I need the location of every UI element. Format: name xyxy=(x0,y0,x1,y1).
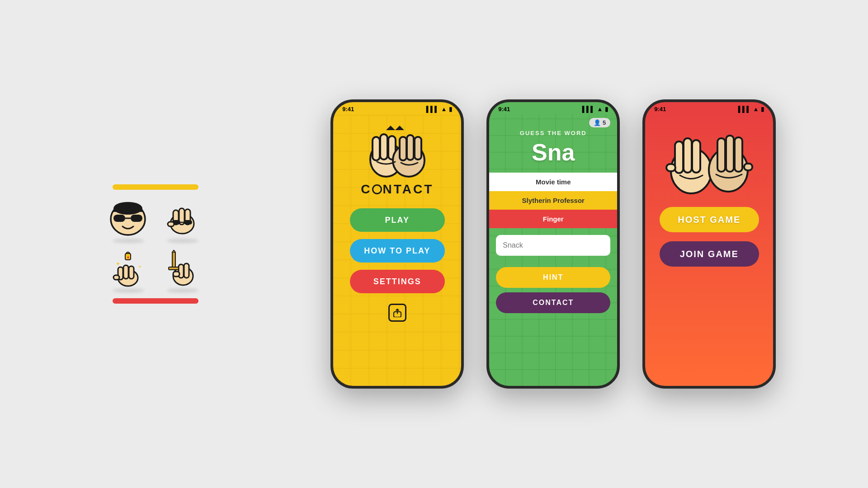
contact-app-title: C NTACT xyxy=(361,182,434,197)
wifi-icon: ▲ xyxy=(597,106,603,113)
svg-rect-32 xyxy=(373,137,380,160)
svg-text:★: ★ xyxy=(126,255,130,260)
wifi-icon: ▲ xyxy=(753,106,759,113)
clue-row-1: Movie time xyxy=(489,173,617,191)
svg-rect-36 xyxy=(400,137,406,160)
battery-icon: ▮ xyxy=(605,106,608,113)
red-accent-bar xyxy=(113,298,198,304)
join-game-button[interactable]: JOIN GAME xyxy=(660,241,759,267)
svg-rect-47 xyxy=(726,136,734,172)
svg-rect-44 xyxy=(666,164,675,171)
phone1-status-icons: ▌▌▌ ▲ ▮ xyxy=(426,106,453,113)
phone3-status-icons: ▌▌▌ ▲ ▮ xyxy=(738,106,764,113)
svg-rect-49 xyxy=(744,164,752,170)
phones-container: 9:41 ▌▌▌ ▲ ▮ xyxy=(330,99,776,389)
wifi-icon: ▲ xyxy=(441,106,447,113)
phone3-hands-logo xyxy=(655,121,764,202)
phone2-status-bar: 9:41 ▌▌▌ ▲ ▮ xyxy=(489,102,617,114)
svg-marker-29 xyxy=(172,250,175,252)
phone1-content: C NTACT PLAY HOW TO PLAY SETTINGS xyxy=(333,114,461,386)
phone3-content: HOST GAME JOIN GAME xyxy=(645,114,773,386)
icon-row-2: ★ ✦ ✦ xyxy=(108,249,203,289)
share-button[interactable] xyxy=(388,304,406,322)
phone-guess-word: 9:41 ▌▌▌ ▲ ▮ 👤 5 xyxy=(486,99,620,389)
play-button[interactable]: PLAY xyxy=(350,208,445,232)
settings-button[interactable]: SETTINGS xyxy=(350,270,445,293)
svg-text:✦: ✦ xyxy=(138,265,142,269)
phone2-time: 9:41 xyxy=(498,106,510,113)
svg-rect-46 xyxy=(717,138,725,172)
sword-hand-icon xyxy=(162,249,203,289)
svg-rect-2 xyxy=(113,208,142,212)
svg-rect-33 xyxy=(380,134,387,160)
input-area xyxy=(489,228,617,263)
svg-rect-17 xyxy=(129,266,134,279)
contact-button[interactable]: CONTACT xyxy=(496,292,610,313)
phone1-inner: 9:41 ▌▌▌ ▲ ▮ xyxy=(333,102,461,386)
svg-rect-43 xyxy=(692,140,700,173)
sunglasses-face-icon xyxy=(108,199,149,239)
phone1-status-bar: 9:41 ▌▌▌ ▲ ▮ xyxy=(333,102,461,114)
phone2-buttons: HINT CONTACT xyxy=(489,263,617,313)
phone-main-menu: 9:41 ▌▌▌ ▲ ▮ xyxy=(330,99,464,389)
hint-button[interactable]: HINT xyxy=(496,267,610,288)
phone3-inner: 9:41 ▌▌▌ ▲ ▮ xyxy=(645,102,773,386)
battery-icon: ▮ xyxy=(449,106,452,113)
svg-rect-4 xyxy=(131,215,142,222)
icons-panel: ★ ✦ ✦ xyxy=(92,184,219,304)
player-count: 5 xyxy=(603,119,606,126)
main-scene: ★ ✦ ✦ xyxy=(0,0,868,488)
phone1-logo: C NTACT xyxy=(361,123,434,197)
clue-row-2: Slytherin Professor xyxy=(489,191,617,210)
clue-1-text: Movie time xyxy=(536,178,571,186)
phone3-time: 9:41 xyxy=(654,106,666,113)
svg-rect-16 xyxy=(123,265,128,279)
guess-label: GUESS THE WORD xyxy=(489,130,617,136)
contact-hands-logo xyxy=(361,123,434,182)
contact-ntact: NTACT xyxy=(382,182,434,197)
svg-text:✦: ✦ xyxy=(116,261,120,267)
phone1-time: 9:41 xyxy=(342,106,354,113)
svg-rect-28 xyxy=(169,267,179,270)
cool-hand-icon xyxy=(162,199,203,239)
how-to-play-button[interactable]: HOW TO PLAY xyxy=(350,239,445,263)
guess-input[interactable] xyxy=(496,235,610,256)
svg-rect-48 xyxy=(735,137,742,172)
svg-rect-18 xyxy=(113,275,119,280)
contact-o-circle xyxy=(372,184,382,194)
phone2-content: 👤 5 GUESS THE WORD Sna Movie time Slythe… xyxy=(489,114,617,386)
clue-3-text: Finger xyxy=(543,215,564,223)
signal-icon: ▌▌▌ xyxy=(738,106,751,113)
phone2-status-icons: ▌▌▌ ▲ ▮ xyxy=(582,106,609,113)
svg-rect-3 xyxy=(113,215,125,222)
svg-rect-13 xyxy=(168,222,174,226)
svg-rect-37 xyxy=(407,135,414,160)
svg-rect-26 xyxy=(173,272,179,277)
player-icon: 👤 xyxy=(594,119,601,126)
svg-rect-25 xyxy=(184,263,189,278)
icon-row-1 xyxy=(108,199,203,239)
contact-c: C xyxy=(361,182,372,197)
phone2-header: 👤 5 xyxy=(489,118,617,130)
current-word: Sna xyxy=(489,139,617,166)
svg-marker-30 xyxy=(386,126,404,130)
phone1-buttons: PLAY HOW TO PLAY SETTINGS xyxy=(350,205,445,297)
clue-row-3: Finger xyxy=(489,210,617,228)
phone2-inner: 9:41 ▌▌▌ ▲ ▮ 👤 5 xyxy=(489,102,617,386)
svg-rect-38 xyxy=(415,137,421,160)
battery-icon: ▮ xyxy=(761,106,764,113)
host-game-button[interactable]: HOST GAME xyxy=(660,207,759,232)
phone-host-join: 9:41 ▌▌▌ ▲ ▮ xyxy=(642,99,776,389)
yellow-accent-bar xyxy=(113,184,198,190)
signal-icon: ▌▌▌ xyxy=(426,106,439,113)
trophy-hand-icon: ★ ✦ ✦ xyxy=(108,249,149,289)
signal-icon: ▌▌▌ xyxy=(582,106,595,113)
svg-rect-42 xyxy=(684,138,692,173)
share-icon xyxy=(393,308,402,317)
player-count-badge: 👤 5 xyxy=(589,118,610,127)
clue-2-text: Slytherin Professor xyxy=(522,197,585,204)
phone3-status-bar: 9:41 ▌▌▌ ▲ ▮ xyxy=(645,102,773,114)
svg-rect-11 xyxy=(184,220,192,225)
